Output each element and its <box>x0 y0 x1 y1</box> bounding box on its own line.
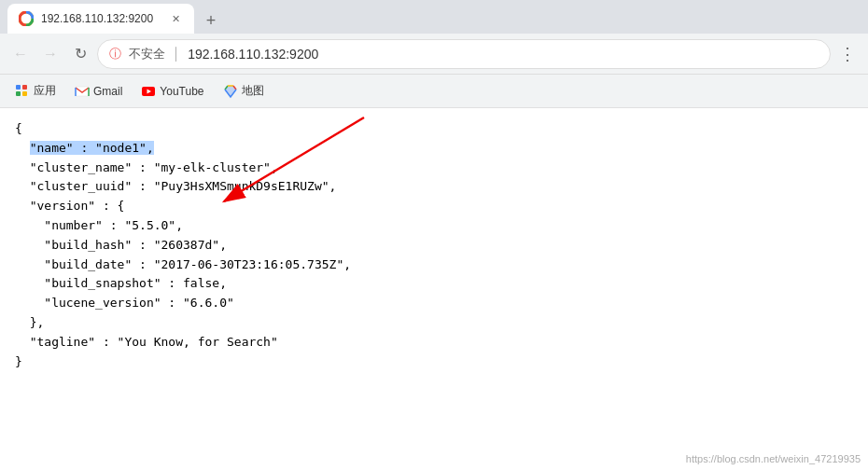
refresh-button[interactable]: ↻ <box>67 41 93 67</box>
svg-rect-4 <box>22 91 27 96</box>
browser-menu-button[interactable]: ⋮ <box>834 41 861 67</box>
bookmark-maps[interactable]: 地图 <box>216 79 272 103</box>
tab-bar: 192.168.110.132:9200 ✕ + <box>0 0 868 34</box>
gmail-label: Gmail <box>93 85 122 98</box>
svg-rect-1 <box>16 85 21 90</box>
bookmark-youtube[interactable]: YouTube <box>133 80 211 103</box>
security-icon: ⓘ <box>109 46 121 62</box>
apps-label: 应用 <box>34 83 56 99</box>
tab-close-button[interactable]: ✕ <box>168 11 183 26</box>
svg-rect-3 <box>16 91 21 96</box>
bookmarks-bar: 应用 Gmail YouTube <box>0 75 868 108</box>
browser-frame: 192.168.110.132:9200 ✕ + ← → ↻ ⓘ 不安全 │ 1… <box>0 0 868 470</box>
youtube-label: YouTube <box>160 85 203 98</box>
gmail-icon <box>75 84 90 99</box>
svg-rect-5 <box>76 87 89 96</box>
tab-title: 192.168.110.132:9200 <box>41 12 161 25</box>
bookmark-apps[interactable]: 应用 <box>7 79 63 103</box>
forward-button[interactable]: → <box>37 41 63 67</box>
json-content: { "name" : "node1", "cluster_name" : "my… <box>15 119 853 371</box>
address-bar[interactable]: ⓘ 不安全 │ 192.168.110.132:9200 <box>97 39 831 69</box>
tab-favicon <box>19 11 34 26</box>
bookmark-gmail[interactable]: Gmail <box>67 80 130 103</box>
youtube-icon <box>141 84 156 99</box>
url-text: 192.168.110.132:9200 <box>188 47 819 62</box>
active-tab[interactable]: 192.168.110.132:9200 ✕ <box>7 4 194 34</box>
page-content: { "name" : "node1", "cluster_name" : "my… <box>0 108 868 470</box>
address-separator: 不安全 <box>129 46 165 62</box>
watermark: https://blog.csdn.net/weixin_47219935 <box>686 453 861 464</box>
svg-rect-2 <box>22 85 27 90</box>
nav-bar: ← → ↻ ⓘ 不安全 │ 192.168.110.132:9200 ⋮ <box>0 34 868 75</box>
maps-label: 地图 <box>242 83 264 99</box>
apps-icon <box>15 84 30 99</box>
back-button[interactable]: ← <box>7 41 34 67</box>
maps-icon <box>223 84 238 99</box>
new-tab-button[interactable]: + <box>198 7 224 34</box>
